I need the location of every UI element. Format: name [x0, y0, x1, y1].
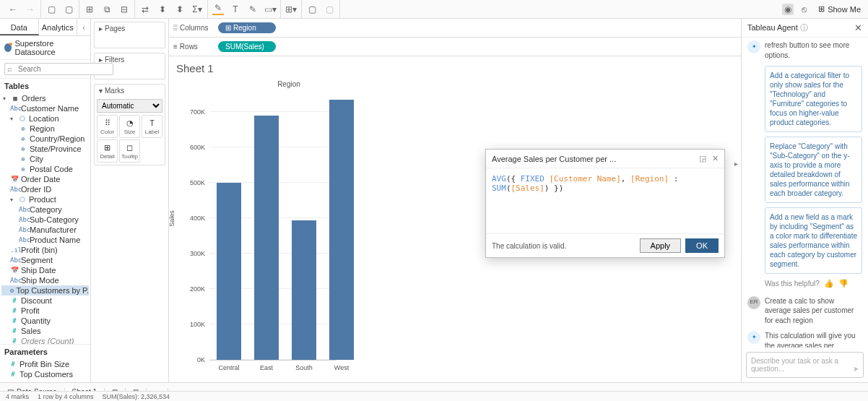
- collapse-pane-icon[interactable]: ‹: [77, 19, 90, 35]
- suggestion-1[interactable]: Add a categorical filter to only show sa…: [765, 66, 862, 132]
- mark-size[interactable]: ◔Size: [119, 115, 140, 138]
- agent-input[interactable]: Describe your task or ask a question... …: [746, 352, 864, 378]
- columns-icon: ⦙⦙⦙: [173, 24, 178, 33]
- ai-icon[interactable]: ◉: [782, 4, 794, 15]
- bar-south[interactable]: [292, 220, 316, 360]
- y-tick-label: 500K: [181, 179, 205, 186]
- field-city[interactable]: ⊕City: [1, 154, 89, 164]
- y-tick-label: 200K: [181, 285, 205, 293]
- color-icon: ⠿: [98, 118, 116, 128]
- agent-close-icon[interactable]: ✕: [854, 22, 862, 33]
- rows-shelf[interactable]: ≡Rows SUM(Sales): [169, 38, 741, 56]
- swap-icon[interactable]: ⇄: [139, 4, 151, 15]
- apply-button[interactable]: Apply: [640, 238, 682, 253]
- field-quantity[interactable]: #Quantity: [1, 316, 89, 326]
- plot-area[interactable]: 0K100K200K300K400K500K600K700KCentralEas…: [209, 95, 337, 361]
- agent-pane: Tableau Agent ⓘ ✕ ✦ refresh button to se…: [741, 19, 868, 382]
- param-profit-bin[interactable]: #Profit Bin Size: [0, 359, 90, 369]
- field-location[interactable]: ▾⬡Location: [1, 113, 89, 124]
- forward-icon[interactable]: →: [25, 4, 36, 15]
- sheet-title[interactable]: Sheet 1: [169, 56, 741, 80]
- info-icon[interactable]: ⓘ: [800, 23, 808, 32]
- columns-shelf[interactable]: ⦙⦙⦙Columns ⊞Region: [169, 19, 741, 38]
- ai-avatar-icon: ✦: [747, 40, 760, 53]
- format-icon[interactable]: ✎: [247, 4, 259, 15]
- param-top-customers[interactable]: #Top Customers: [0, 369, 90, 379]
- text-icon[interactable]: T: [230, 4, 241, 15]
- pages-card[interactable]: ▸Pages: [94, 22, 165, 48]
- revert-icon[interactable]: ▢: [63, 4, 74, 15]
- columns-pill-region[interactable]: ⊞Region: [218, 22, 276, 33]
- field-segment[interactable]: AbcSegment: [1, 255, 89, 265]
- rows-pill-sales[interactable]: SUM(Sales): [218, 41, 276, 52]
- totals-icon[interactable]: Σ▾: [191, 4, 203, 15]
- fit-icon[interactable]: ▭▾: [264, 4, 276, 15]
- calc-title[interactable]: Average Sales per Customer per ...: [492, 155, 699, 163]
- mark-type-select[interactable]: Automatic: [97, 99, 162, 113]
- suggestion-2[interactable]: Replace "Category" with "Sub-Category" o…: [765, 137, 862, 203]
- calc-editor[interactable]: AVG({ FIXED [Customer Name], [Region] : …: [486, 168, 724, 233]
- presentation-icon[interactable]: ▢: [306, 4, 318, 15]
- clear-icon[interactable]: ⊟: [118, 4, 130, 15]
- calc-close-icon[interactable]: ✕: [712, 154, 719, 163]
- field-sales[interactable]: #Sales: [1, 326, 89, 336]
- field-ship-mode[interactable]: AbcShip Mode: [1, 275, 89, 285]
- field-discount[interactable]: #Discount: [1, 296, 89, 306]
- highlight-icon[interactable]: ✎: [212, 4, 224, 15]
- field-state[interactable]: ⊕State/Province: [1, 144, 89, 154]
- bar-east[interactable]: [254, 116, 279, 360]
- status-dims: 1 row by 4 columns: [38, 393, 94, 400]
- share-icon[interactable]: ▢: [324, 4, 335, 15]
- sort-desc-icon[interactable]: ⬍: [174, 4, 186, 15]
- ok-button[interactable]: OK: [685, 238, 719, 253]
- field-order-id[interactable]: AbcOrder ID: [1, 184, 89, 194]
- new-worksheet-icon[interactable]: ⊞: [84, 4, 95, 15]
- search-input[interactable]: [4, 63, 113, 75]
- field-order-date[interactable]: 📅Order Date: [1, 174, 89, 184]
- calculation-dialog: Average Sales per Customer per ... ◲ ✕ A…: [485, 149, 725, 258]
- tab-data[interactable]: Data: [0, 19, 39, 35]
- field-subcategory[interactable]: AbcSub-Category: [1, 215, 89, 225]
- mark-detail[interactable]: ⊞Detail: [97, 139, 118, 163]
- field-category[interactable]: AbcCategory: [1, 204, 89, 215]
- bar-central[interactable]: [217, 183, 241, 360]
- tab-analytics[interactable]: Analytics: [39, 19, 78, 35]
- marks-card: ▾Marks Automatic ⠿Color ◔Size TLabel ⊞De…: [94, 84, 165, 165]
- mark-tooltip[interactable]: ◻Tooltip: [119, 139, 140, 163]
- field-orders-count[interactable]: #Orders (Count): [1, 336, 89, 344]
- field-postal[interactable]: ⊕Postal Code: [1, 164, 89, 174]
- suggestion-3[interactable]: Add a new field as a mark by including "…: [765, 207, 862, 274]
- save-icon[interactable]: ▢: [45, 4, 57, 15]
- size-icon: ◔: [121, 118, 139, 128]
- datasource-row[interactable]: Superstore Datasource: [0, 36, 90, 60]
- field-top-customers[interactable]: ⚙Top Customers by P...: [1, 285, 89, 296]
- field-country[interactable]: ⊕Country/Region: [1, 134, 89, 144]
- field-profit[interactable]: #Profit: [1, 306, 89, 316]
- field-product-name[interactable]: AbcProduct Name: [1, 235, 89, 245]
- datasource-name: Superstore Datasource: [14, 39, 86, 56]
- show-me-button[interactable]: ⊞ Show Me: [814, 3, 865, 15]
- field-product[interactable]: ▾⬡Product: [1, 194, 89, 204]
- duplicate-icon[interactable]: ⧉: [101, 4, 113, 15]
- expand-chart-icon[interactable]: ▸: [734, 160, 738, 168]
- field-region[interactable]: ⊕Region: [1, 124, 89, 134]
- bar-west[interactable]: [329, 100, 354, 360]
- thumbs-down-icon[interactable]: 👎: [838, 278, 849, 289]
- calc-expand-icon[interactable]: ◲: [699, 154, 706, 163]
- thumbs-up-icon[interactable]: 👍: [824, 278, 834, 289]
- send-icon[interactable]: ➤: [853, 365, 859, 373]
- field-manufacturer[interactable]: AbcManufacturer: [1, 225, 89, 235]
- back-icon[interactable]: ←: [7, 4, 19, 15]
- field-ship-date[interactable]: 📅Ship Date: [1, 265, 89, 275]
- guide-icon[interactable]: ⎋: [798, 4, 810, 15]
- pill-icon: ⊞: [225, 24, 231, 32]
- tables-header: Tables: [0, 79, 90, 93]
- sort-asc-icon[interactable]: ⬍: [157, 4, 168, 15]
- y-tick-label: 0K: [181, 356, 205, 363]
- mark-label[interactable]: TLabel: [142, 115, 162, 138]
- cards-icon[interactable]: ⊞▾: [285, 4, 297, 15]
- field-profit-bin[interactable]: .ılProfit (bin): [1, 245, 89, 255]
- field-customer-name[interactable]: AbcCustomer Name: [1, 103, 89, 113]
- table-orders[interactable]: ▾▦Orders: [1, 93, 89, 103]
- mark-color[interactable]: ⠿Color: [97, 115, 118, 138]
